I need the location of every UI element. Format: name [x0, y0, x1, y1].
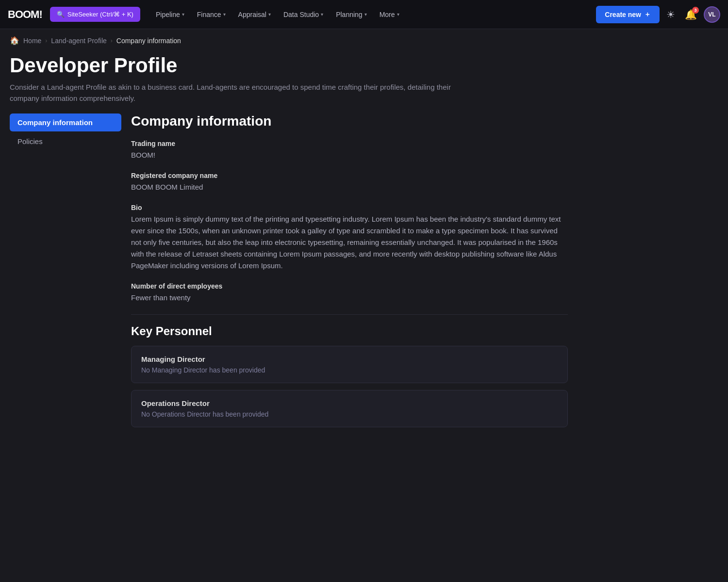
main-layout: Company informationPolicies Company info… [0, 113, 728, 434]
field-value-1: BOOM BOOM Limited [131, 181, 568, 193]
nav-link-pipeline[interactable]: Pipeline▾ [150, 7, 190, 22]
search-icon: 🔍 [57, 11, 65, 18]
field-value-2: Lorem Ipsum is simply dummy text of the … [131, 213, 568, 272]
notifications-button[interactable]: 🔔 3 [682, 6, 700, 23]
field-label-2: Bio [131, 204, 568, 211]
field-2: BioLorem Ipsum is simply dummy text of t… [131, 204, 568, 272]
breadcrumb-parent[interactable]: Land-agent Profile [51, 37, 106, 45]
chevron-down-icon: ▾ [397, 12, 399, 17]
notifications-badge: 3 [692, 7, 699, 14]
sidebar-item-company-information[interactable]: Company information [10, 113, 121, 131]
breadcrumb-sep-1: › [45, 37, 47, 44]
divider [131, 314, 568, 315]
field-0: Trading nameBOOM! [131, 140, 568, 161]
breadcrumb-home[interactable]: Home [23, 37, 41, 45]
home-icon: 🏠 [10, 36, 19, 45]
chevron-down-icon: ▾ [321, 12, 323, 17]
sidebar: Company informationPolicies [10, 113, 121, 151]
nav-link-appraisal[interactable]: Appraisal▾ [232, 7, 277, 22]
avatar[interactable]: VL [704, 6, 720, 23]
key-personnel-title: Key Personnel [131, 324, 568, 338]
personnel-card-value-0: No Managing Director has been provided [141, 366, 558, 374]
nav-link-finance[interactable]: Finance▾ [191, 7, 232, 22]
breadcrumb-current: Company information [116, 37, 181, 45]
field-label-1: Registered company name [131, 172, 568, 179]
plus-icon: ＋ [644, 10, 651, 19]
personnel-card-value-1: No Operations Director has been provided [141, 410, 558, 418]
sun-icon: ☀ [666, 9, 675, 20]
chevron-down-icon: ▾ [182, 12, 184, 17]
page-title: Developer Profile [10, 54, 718, 77]
personnel-card-0: Managing DirectorNo Managing Director ha… [131, 346, 568, 383]
content-section-title: Company information [131, 113, 568, 129]
nav-link-more[interactable]: More▾ [374, 7, 405, 22]
breadcrumb: 🏠 Home › Land-agent Profile › Company in… [0, 29, 728, 50]
field-3: Number of direct employeesFewer than twe… [131, 282, 568, 304]
page-header: Developer Profile Consider a Land-agent … [0, 50, 728, 113]
create-new-button[interactable]: Create new ＋ [596, 6, 660, 23]
page-subtitle: Consider a Land-agent Profile as akin to… [10, 82, 476, 104]
chevron-down-icon: ▾ [223, 12, 226, 17]
breadcrumb-sep-2: › [111, 37, 113, 44]
field-label-0: Trading name [131, 140, 568, 147]
field-value-0: BOOM! [131, 149, 568, 161]
field-1: Registered company nameBOOM BOOM Limited [131, 172, 568, 193]
personnel-card-title-1: Operations Director [141, 399, 558, 407]
nav-right: Create new ＋ ☀ 🔔 3 VL [596, 6, 720, 23]
sidebar-item-policies[interactable]: Policies [10, 132, 121, 150]
nav-links: Pipeline▾Finance▾Appraisal▾Data Studio▾P… [150, 7, 592, 22]
theme-toggle-button[interactable]: ☀ [663, 6, 678, 23]
chevron-down-icon: ▾ [268, 12, 271, 17]
personnel-card-1: Operations DirectorNo Operations Directo… [131, 390, 568, 427]
chevron-down-icon: ▾ [364, 12, 367, 17]
personnel-card-title-0: Managing Director [141, 355, 558, 363]
navbar: BOOM! 🔍 SiteSeeker (Ctrl/⌘ + K) Pipeline… [0, 0, 728, 29]
content-area: Company information Trading nameBOOM!Reg… [131, 113, 568, 434]
field-label-3: Number of direct employees [131, 282, 568, 290]
siteseeker-button[interactable]: 🔍 SiteSeeker (Ctrl/⌘ + K) [50, 7, 140, 22]
nav-link-data-studio[interactable]: Data Studio▾ [278, 7, 329, 22]
nav-link-planning[interactable]: Planning▾ [330, 7, 373, 22]
field-value-3: Fewer than twenty [131, 292, 568, 304]
logo: BOOM! [8, 8, 42, 21]
